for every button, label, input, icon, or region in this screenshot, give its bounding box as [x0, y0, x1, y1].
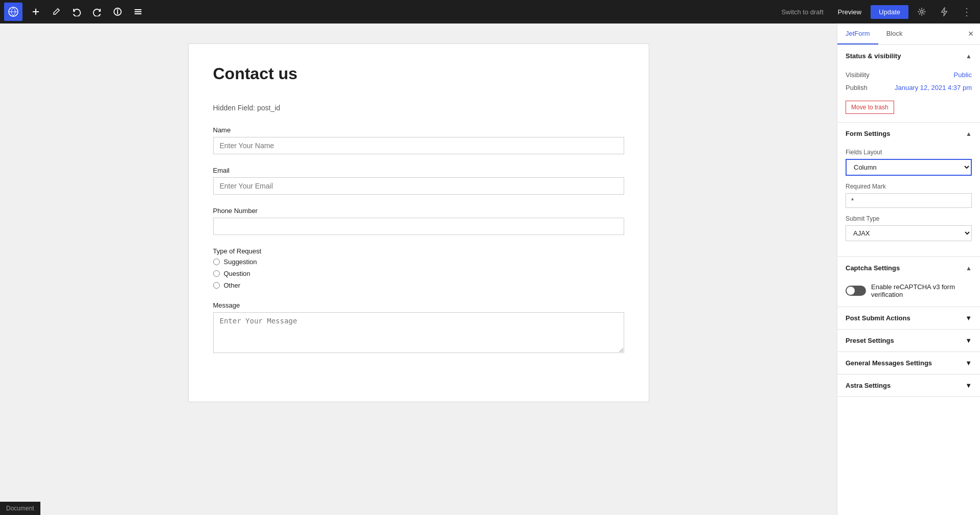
astra-settings-chevron: ▼ [965, 382, 972, 389]
wordpress-logo[interactable] [4, 3, 22, 21]
radio-question-input[interactable] [213, 270, 220, 277]
general-messages-chevron: ▼ [965, 359, 972, 367]
astra-settings-section: Astra Settings ▼ [837, 374, 980, 397]
tab-block[interactable]: Block [878, 24, 911, 44]
post-submit-actions-header[interactable]: Post Submit Actions ▼ [837, 307, 980, 329]
message-label: Message [213, 301, 624, 309]
visibility-label: Visibility [846, 71, 870, 79]
toolbar-left [4, 3, 147, 21]
radio-question: Question [213, 270, 624, 277]
editor-area: Contact us Hidden Field: post_id Name Em… [0, 24, 837, 515]
message-field-group: Message [213, 301, 624, 355]
form-settings-body: Fields Layout Column Row Required Mark S… [837, 145, 980, 256]
update-button[interactable]: Update [871, 5, 908, 19]
redo-button[interactable] [88, 3, 106, 21]
svg-point-5 [118, 10, 118, 10]
captcha-settings-section: Captcha Settings ▲ Enable reCAPTCHA v3 f… [837, 257, 980, 307]
general-messages-section: General Messages Settings ▼ [837, 352, 980, 374]
switch-to-draft-button[interactable]: Switch to draft [776, 5, 828, 19]
message-textarea[interactable] [213, 312, 624, 353]
email-input[interactable] [213, 177, 624, 195]
phone-input[interactable] [213, 218, 624, 235]
publish-label: Publish [846, 84, 868, 91]
astra-settings-header[interactable]: Astra Settings ▼ [837, 374, 980, 396]
required-mark-field: Required Mark [846, 183, 972, 208]
status-visibility-header[interactable]: Status & visibility ▲ [837, 45, 980, 67]
type-of-request-group: Type of Request Suggestion Question Othe… [213, 247, 624, 289]
required-mark-input[interactable] [846, 193, 972, 208]
toolbar-right: Switch to draft Preview Update ⋮ [776, 3, 976, 21]
preset-settings-section: Preset Settings ▼ [837, 330, 980, 352]
radio-suggestion-label: Suggestion [224, 258, 257, 266]
status-visibility-title: Status & visibility [846, 52, 901, 60]
preset-settings-header[interactable]: Preset Settings ▼ [837, 330, 980, 352]
recaptcha-label: Enable reCAPTCHA v3 form verification [871, 283, 972, 298]
form-settings-chevron: ▲ [966, 130, 972, 137]
move-to-trash-button[interactable]: Move to trash [846, 101, 894, 114]
submit-type-field: Submit Type AJAX Page Reload [846, 215, 972, 241]
hidden-field-label: Hidden Field: post_id [213, 104, 624, 112]
recaptcha-toggle-row: Enable reCAPTCHA v3 form verification [846, 283, 972, 298]
radio-question-label: Question [224, 270, 250, 277]
settings-button[interactable] [913, 3, 931, 21]
right-sidebar: JetForm Block × Status & visibility ▲ Vi… [837, 24, 980, 515]
editor-content: Contact us Hidden Field: post_id Name Em… [189, 44, 649, 402]
add-block-button[interactable] [27, 3, 45, 21]
captcha-settings-chevron: ▲ [966, 265, 972, 272]
post-submit-actions-section: Post Submit Actions ▼ [837, 307, 980, 330]
form-settings-section: Form Settings ▲ Fields Layout Column Row… [837, 123, 980, 257]
phone-label: Phone Number [213, 207, 624, 215]
form-settings-title: Form Settings [846, 130, 890, 137]
edit-button[interactable] [47, 3, 65, 21]
fields-layout-label: Fields Layout [846, 149, 972, 156]
submit-type-label: Submit Type [846, 215, 972, 222]
undo-button[interactable] [67, 3, 86, 21]
type-of-request-label: Type of Request [213, 247, 624, 255]
more-options-button[interactable]: ⋮ [958, 3, 976, 21]
fields-layout-select[interactable]: Column Row [846, 159, 972, 176]
preset-settings-title: Preset Settings [846, 337, 894, 344]
email-label: Email [213, 167, 624, 174]
recaptcha-toggle[interactable] [846, 286, 866, 296]
astra-settings-title: Astra Settings [846, 382, 891, 389]
submit-type-select[interactable]: AJAX Page Reload [846, 225, 972, 241]
main-layout: Contact us Hidden Field: post_id Name Em… [0, 24, 980, 515]
name-label: Name [213, 126, 624, 134]
radio-other-input[interactable] [213, 282, 220, 289]
page-title[interactable]: Contact us [213, 64, 624, 83]
radio-suggestion-input[interactable] [213, 259, 220, 265]
status-visibility-chevron: ▲ [966, 53, 972, 60]
publish-row: Publish January 12, 2021 4:37 pm [846, 84, 972, 91]
visibility-row: Visibility Public [846, 71, 972, 79]
name-input[interactable] [213, 137, 624, 154]
info-button[interactable] [108, 3, 127, 21]
captcha-settings-header[interactable]: Captcha Settings ▲ [837, 257, 980, 279]
preview-button[interactable]: Preview [833, 5, 867, 19]
general-messages-header[interactable]: General Messages Settings ▼ [837, 352, 980, 374]
general-messages-title: General Messages Settings [846, 359, 932, 367]
email-field-group: Email [213, 167, 624, 195]
sidebar-header: JetForm Block × [837, 24, 980, 45]
toolbar: Switch to draft Preview Update ⋮ [0, 0, 980, 24]
list-view-button[interactable] [129, 3, 147, 21]
lightning-button[interactable] [935, 3, 953, 21]
captcha-settings-body: Enable reCAPTCHA v3 form verification [837, 279, 980, 307]
visibility-value[interactable]: Public [954, 71, 972, 79]
fields-layout-field: Fields Layout Column Row [846, 149, 972, 176]
radio-suggestion: Suggestion [213, 258, 624, 266]
radio-group: Suggestion Question Other [213, 258, 624, 289]
publish-value[interactable]: January 12, 2021 4:37 pm [895, 84, 972, 91]
post-submit-actions-chevron: ▼ [965, 314, 972, 322]
status-visibility-body: Visibility Public Publish January 12, 20… [837, 67, 980, 122]
form-settings-header[interactable]: Form Settings ▲ [837, 123, 980, 145]
required-mark-label: Required Mark [846, 183, 972, 190]
preset-settings-chevron: ▼ [965, 337, 972, 344]
tab-jetform[interactable]: JetForm [837, 24, 878, 44]
captcha-settings-title: Captcha Settings [846, 264, 900, 272]
post-submit-actions-title: Post Submit Actions [846, 314, 910, 322]
sidebar-close-button[interactable]: × [962, 25, 980, 43]
status-visibility-section: Status & visibility ▲ Visibility Public … [837, 45, 980, 123]
phone-field-group: Phone Number [213, 207, 624, 235]
svg-point-9 [921, 11, 923, 13]
radio-other-label: Other [224, 282, 241, 289]
